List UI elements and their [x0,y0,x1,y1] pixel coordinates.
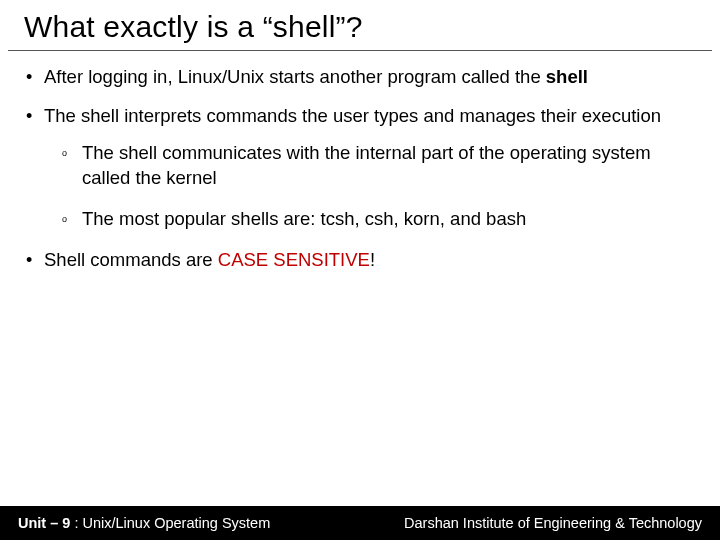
title-wrap: What exactly is a “shell”? [8,0,712,51]
slide-footer: Unit – 9 : Unix/Linux Operating System D… [0,506,720,540]
bullet-3-pre: Shell commands are [44,249,218,270]
slide: What exactly is a “shell”? After logging… [0,0,720,540]
footer-left: Unit – 9 : Unix/Linux Operating System [18,515,270,531]
sub-bullet-list: The shell communicates with the internal… [44,141,700,232]
bullet-2-text: The shell interprets commands the user t… [44,105,661,126]
sub-bullet-1-text: The shell communicates with the internal… [82,142,651,188]
sub-bullet-2: The most popular shells are: tcsh, csh, … [44,207,700,232]
bullet-3-post: ! [370,249,375,270]
bullet-item-1: After logging in, Linux/Unix starts anot… [20,65,700,90]
bullet-item-3: Shell commands are CASE SENSITIVE! [20,248,700,273]
bullet-1-bold: shell [546,66,588,87]
footer-left-rest: : Unix/Linux Operating System [70,515,270,531]
sub-bullet-1: The shell communicates with the internal… [44,141,700,191]
footer-right: Darshan Institute of Engineering & Techn… [404,515,702,531]
bullet-item-2: The shell interprets commands the user t… [20,104,700,232]
bullet-list: After logging in, Linux/Unix starts anot… [20,65,700,273]
slide-title: What exactly is a “shell”? [24,10,696,44]
bullet-3-red: CASE SENSITIVE [218,249,370,270]
slide-content: After logging in, Linux/Unix starts anot… [0,51,720,506]
footer-left-bold: Unit – 9 [18,515,70,531]
sub-bullet-2-text: The most popular shells are: tcsh, csh, … [82,208,526,229]
bullet-1-text: After logging in, Linux/Unix starts anot… [44,66,546,87]
